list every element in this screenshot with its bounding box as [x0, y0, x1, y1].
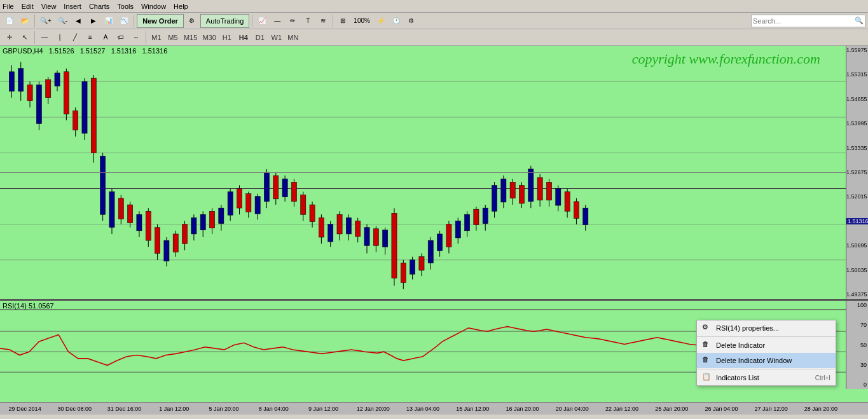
menu-tools[interactable]: Tools — [117, 3, 134, 10]
tf-h1[interactable]: H1 — [219, 31, 235, 44]
svg-rect-63 — [264, 172, 269, 202]
rsi-30: 30 — [846, 362, 868, 368]
price-chart-area: GBPUSD,H4 1.51526 1.51527 1.51316 1.5131… — [0, 46, 846, 299]
new-chart-btn[interactable]: 📄 — [3, 14, 17, 28]
ctx-delete-window[interactable]: 🗑 Delete Indicator Window — [697, 353, 836, 368]
fib-tool[interactable]: ≋ — [316, 14, 330, 28]
candlestick-btn[interactable]: 📊 — [102, 14, 116, 28]
tf-h4[interactable]: H4 — [236, 31, 251, 44]
menu-window[interactable]: Window — [141, 3, 166, 10]
svg-rect-11 — [27, 85, 32, 101]
svg-rect-129 — [565, 192, 570, 212]
menu-insert[interactable]: Insert — [64, 3, 81, 10]
ctx-properties[interactable]: ⚙ RSI(14) properties... — [697, 320, 836, 336]
search-input[interactable] — [753, 17, 855, 25]
bar-chart-btn[interactable]: 📉 — [117, 14, 131, 28]
svg-rect-119 — [519, 185, 524, 203]
tf-d1[interactable]: D1 — [252, 31, 268, 44]
pencil-tool[interactable]: ✏ — [286, 14, 300, 28]
svg-rect-43 — [173, 234, 178, 252]
svg-rect-25 — [91, 78, 96, 153]
svg-rect-57 — [237, 189, 242, 209]
open-btn[interactable]: 📂 — [18, 14, 32, 28]
time-14: 25 Jan 20:00 — [647, 406, 696, 412]
time-16: 27 Jan 12:00 — [747, 406, 796, 412]
svg-rect-15 — [46, 79, 51, 98]
indicator-btn[interactable]: ⚡ — [374, 14, 388, 28]
text-draw[interactable]: A — [99, 31, 113, 45]
svg-rect-113 — [492, 185, 497, 211]
line-tool[interactable]: 📈 — [255, 14, 269, 28]
scroll-right-btn[interactable]: ▶ — [86, 14, 100, 28]
trendline-draw[interactable]: ╱ — [68, 31, 82, 45]
price-chart[interactable]: GBPUSD,H4 1.51526 1.51527 1.51316 1.5131… — [0, 46, 868, 300]
svg-rect-103 — [446, 224, 451, 247]
arrow-btn[interactable]: ↖ — [18, 31, 32, 45]
rsi-50: 50 — [846, 342, 868, 348]
tf-w1[interactable]: W1 — [269, 31, 284, 44]
svg-rect-91 — [392, 213, 397, 278]
svg-rect-61 — [255, 196, 260, 214]
menu-help[interactable]: Help — [174, 3, 188, 10]
tf-mn[interactable]: MN — [286, 31, 301, 44]
menu-charts[interactable]: Charts — [89, 3, 109, 10]
ctx-delete-indicator[interactable]: 🗑 Delete Indicator — [697, 338, 836, 353]
time-6: 8 Jan 04:00 — [249, 406, 298, 412]
label-draw[interactable]: 🏷 — [114, 31, 128, 45]
menu-file[interactable]: File — [3, 3, 14, 10]
settings-btn[interactable]: ⚙ — [404, 14, 418, 28]
time-7: 9 Jan 12:00 — [298, 406, 348, 412]
chart-close: 1.51316 — [142, 47, 168, 55]
search-area: 🔍 — [751, 15, 865, 27]
price-2: 1.55315 — [846, 71, 868, 78]
rsi-axis: 100 70 50 30 0 — [846, 301, 868, 389]
svg-rect-45 — [182, 224, 187, 244]
zoom-in-btn[interactable]: 🔍+ — [38, 14, 54, 28]
svg-rect-27 — [100, 156, 106, 214]
mid-hline — [0, 172, 846, 173]
svg-rect-75 — [319, 217, 324, 237]
svg-rect-49 — [200, 214, 205, 230]
zoom-100-btn[interactable]: 100% — [351, 14, 373, 28]
zoom-out-btn[interactable]: 🔍- — [55, 14, 70, 28]
svg-rect-101 — [437, 234, 443, 251]
new-order-button[interactable]: New Order — [137, 14, 184, 28]
chart-low: 1.51316 — [111, 47, 137, 55]
time-13: 22 Jan 12:00 — [597, 406, 647, 412]
channel-draw[interactable]: ≡ — [83, 31, 97, 45]
autotrading-button[interactable]: AutoTrading — [200, 14, 250, 28]
ctx-indicators-list[interactable]: 📋 Indicators List Ctrl+I — [697, 370, 836, 385]
menu-edit[interactable]: Edit — [22, 3, 34, 10]
tf-m30[interactable]: M30 — [200, 31, 217, 44]
time-8: 12 Jan 20:00 — [348, 406, 398, 412]
price-1: 1.55975 — [846, 47, 868, 53]
time-15: 26 Jan 04:00 — [696, 406, 746, 412]
tf-m15[interactable]: M15 — [182, 31, 199, 44]
sep6 — [146, 31, 146, 44]
crosshair-btn[interactable]: ✛ — [3, 31, 17, 45]
price-6: 1.52675 — [846, 169, 868, 175]
time-11: 16 Jan 20:00 — [497, 406, 547, 412]
svg-rect-115 — [501, 179, 506, 202]
clock-btn[interactable]: 🕐 — [389, 14, 403, 28]
svg-rect-77 — [328, 224, 333, 242]
menu-view[interactable]: View — [41, 3, 57, 10]
tf-m1[interactable]: M1 — [149, 31, 164, 44]
search-icon[interactable]: 🔍 — [855, 17, 864, 25]
svg-rect-97 — [419, 257, 424, 270]
svg-rect-7 — [9, 72, 14, 92]
fib-draw[interactable]: ↔ — [129, 31, 143, 45]
zoom-fit-btn[interactable]: ⊞ — [336, 14, 350, 28]
time-17: 28 Jan 20:00 — [796, 406, 846, 412]
rsi-panel[interactable]: RSI(14) 51.0567 100 70 50 30 0 ⚙ — [0, 300, 868, 402]
trade-icon[interactable]: ⚙ — [185, 14, 199, 28]
svg-rect-79 — [337, 214, 342, 234]
text-tool[interactable]: T — [301, 14, 315, 28]
vline-draw[interactable]: | — [53, 31, 67, 45]
svg-rect-73 — [310, 205, 315, 222]
hline-tool[interactable]: — — [270, 14, 284, 28]
tf-m5[interactable]: M5 — [165, 31, 181, 44]
scroll-left-btn[interactable]: ◀ — [71, 14, 85, 28]
hline-draw[interactable]: — — [38, 31, 52, 45]
svg-rect-13 — [36, 85, 41, 123]
